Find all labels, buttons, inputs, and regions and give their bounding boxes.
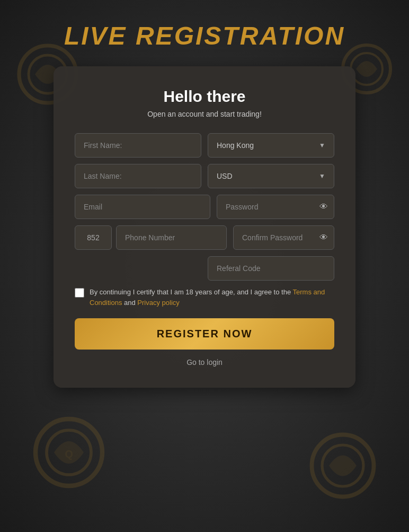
password-input[interactable] (217, 195, 334, 219)
row-name-country: Hong Kong United States United Kingdom S… (75, 133, 334, 158)
last-name-input[interactable] (75, 164, 201, 188)
checkbox-text-before: By continuing I certify that I am 18 yea… (90, 288, 293, 296)
registration-form-card: Hello there Open an account and start tr… (54, 66, 355, 388)
goto-login-link[interactable]: Go to login (75, 358, 334, 367)
terms-checkbox-row: By continuing I certify that I am 18 yea… (75, 287, 334, 308)
confirm-password-wrapper: 👁 (233, 225, 334, 250)
privacy-link[interactable]: Privacy policy (137, 299, 179, 307)
page-title: LIVE REGISTRATION (64, 21, 345, 50)
row-email-password: 👁 (75, 195, 334, 219)
currency-select-wrapper[interactable]: USD EUR GBP HKD ▼ (208, 164, 334, 188)
currency-chevron-icon: ▼ (319, 172, 325, 180)
email-input[interactable] (75, 195, 210, 219)
watermark-logo-br (308, 431, 377, 500)
and-text: and (122, 299, 137, 307)
phone-country-code-input[interactable]: 852 (75, 225, 112, 250)
phone-group: 852 (75, 225, 227, 250)
referral-code-input[interactable] (208, 256, 334, 281)
row-phone-confirmpassword: 852 👁 (75, 225, 334, 250)
country-chevron-icon: ▼ (319, 142, 325, 149)
country-select[interactable]: Hong Kong United States United Kingdom S… (217, 141, 319, 150)
terms-checkbox[interactable] (75, 288, 84, 298)
password-eye-icon[interactable]: 👁 (319, 202, 328, 212)
register-button[interactable]: REGISTER NOW (75, 318, 334, 350)
confirm-password-eye-icon[interactable]: 👁 (319, 233, 328, 242)
first-name-input[interactable] (75, 133, 201, 158)
country-select-wrapper[interactable]: Hong Kong United States United Kingdom S… (208, 133, 334, 158)
row-lastname-currency: USD EUR GBP HKD ▼ (75, 164, 334, 188)
svg-text:Q: Q (65, 448, 73, 460)
form-subtitle: Open an account and start trading! (75, 110, 334, 118)
currency-select[interactable]: USD EUR GBP HKD (217, 172, 319, 180)
terms-label: By continuing I certify that I am 18 yea… (90, 287, 334, 308)
password-wrapper: 👁 (217, 195, 334, 219)
phone-number-input[interactable] (116, 225, 227, 250)
row-referral (75, 256, 334, 281)
form-heading: Hello there (75, 88, 334, 106)
watermark-logo-bl: Q (32, 415, 106, 490)
